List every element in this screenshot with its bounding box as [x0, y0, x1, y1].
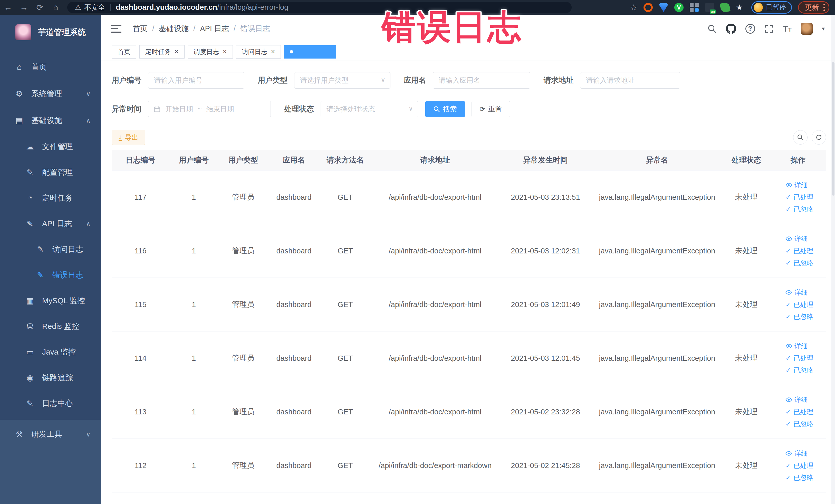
user-type-select[interactable]	[294, 72, 390, 88]
search-icon	[433, 106, 440, 113]
mark-ignored-link[interactable]: 已忽略	[786, 205, 813, 214]
refresh-table-button[interactable]	[812, 130, 826, 144]
help-icon[interactable]: ?	[746, 24, 755, 34]
check-icon	[786, 354, 791, 362]
sidebar-item-mysql-monitor[interactable]: MySQL 监控	[0, 288, 101, 314]
mark-processed-link[interactable]: 已处理	[786, 407, 813, 417]
tab-close-icon[interactable]	[326, 48, 330, 56]
sidebar-item-scheduled-tasks[interactable]: 定时任务	[0, 185, 101, 211]
detail-link[interactable]: 详细	[786, 288, 808, 297]
app-logo-row[interactable]: 芋道管理系统	[0, 15, 101, 43]
sidebar-item-config-mgmt[interactable]: 配置管理	[0, 159, 101, 185]
mark-ignored-link[interactable]: 已忽略	[786, 312, 813, 321]
hamburger-icon[interactable]	[111, 25, 121, 33]
extension-icon-sprout[interactable]	[720, 2, 731, 13]
cell-exception: java.lang.IllegalArgumentException	[592, 278, 722, 331]
sidebar-item-redis-monitor[interactable]: Redis 监控	[0, 314, 101, 339]
search-button[interactable]: 搜索	[425, 101, 465, 117]
extension-icon-shield[interactable]	[659, 3, 668, 12]
sidebar-item-trace[interactable]: 链路追踪	[0, 365, 101, 390]
browser-forward-icon[interactable]	[16, 3, 32, 12]
sidebar-item-system-mgmt[interactable]: 系统管理	[0, 80, 101, 107]
extension-icon-vue[interactable]: V	[674, 3, 684, 12]
check-icon	[786, 408, 791, 416]
filter-row-2: 异常时间 开始日期 ~ 结束日期 处理状态	[111, 101, 835, 117]
tab-error-log[interactable]: 错误日志	[284, 45, 336, 59]
extension-icon-grid[interactable]	[690, 3, 699, 12]
toggle-search-button[interactable]	[793, 130, 808, 144]
breadcrumb-infrastructure[interactable]: 基础设施	[152, 24, 189, 34]
fullscreen-icon[interactable]	[765, 24, 774, 33]
extension-icon-puzzle[interactable]	[736, 3, 745, 12]
mark-processed-link[interactable]: 已处理	[786, 300, 813, 309]
mark-ignored-link[interactable]: 已忽略	[786, 420, 813, 428]
sidebar-item-error-log[interactable]: 错误日志	[0, 262, 101, 288]
exception-time-range-picker[interactable]: 开始日期 ~ 结束日期	[148, 101, 271, 117]
reset-button[interactable]: 重置	[471, 101, 510, 117]
detail-link[interactable]: 详细	[786, 342, 808, 351]
search-icon[interactable]	[708, 24, 717, 33]
mark-processed-link[interactable]: 已处理	[786, 461, 813, 470]
sidebar-item-file-mgmt[interactable]: 文件管理	[0, 134, 101, 159]
extension-icon-switch[interactable]	[705, 3, 714, 12]
tab-access-log[interactable]: 访问日志	[236, 45, 281, 59]
github-icon[interactable]	[726, 24, 736, 34]
export-button[interactable]: 导出	[111, 130, 145, 145]
sidebar-item-access-log[interactable]: 访问日志	[0, 237, 101, 262]
end-date-placeholder[interactable]: 结束日期	[206, 104, 234, 114]
detail-link[interactable]: 详细	[786, 181, 808, 190]
cell-exception: java.lang.IllegalArgumentException	[592, 224, 722, 278]
mark-ignored-link[interactable]: 已忽略	[786, 259, 813, 267]
sidebar-item-log-center[interactable]: 日志中心	[0, 390, 101, 416]
browser-home-icon[interactable]	[48, 3, 64, 12]
mark-processed-link[interactable]: 已处理	[786, 246, 813, 256]
mark-ignored-link[interactable]: 已忽略	[786, 366, 813, 375]
sidebar-item-home[interactable]: 首页	[0, 54, 101, 80]
process-status-select[interactable]	[321, 101, 418, 117]
mark-ignored-link[interactable]: 已忽略	[786, 473, 813, 482]
user-id-input[interactable]	[148, 72, 244, 88]
tab-schedule-log[interactable]: 调度日志	[188, 45, 233, 59]
page-content: 用户编号 用户类型 应用名 请求地址 异常时间 开始日期	[101, 61, 835, 492]
browser-reload-icon[interactable]	[32, 3, 48, 12]
security-warning-icon[interactable]	[75, 3, 84, 12]
cell-url: /api/infra/db-doc/export-html	[371, 385, 499, 439]
app-name-input[interactable]	[433, 72, 530, 88]
browser-update-button[interactable]: 更新	[798, 1, 829, 14]
mark-processed-link[interactable]: 已处理	[786, 193, 813, 202]
mark-processed-link[interactable]: 已处理	[786, 354, 813, 363]
sidebar-dev-tools-section: 研发工具	[0, 420, 101, 504]
eye-icon	[24, 373, 37, 383]
sidebar-item-java-monitor[interactable]: Java 监控	[0, 339, 101, 365]
sidebar-item-api-log[interactable]: API 日志	[0, 211, 101, 237]
start-date-placeholder[interactable]: 开始日期	[165, 104, 193, 114]
request-url-input[interactable]	[580, 72, 680, 88]
breadcrumb-home[interactable]: 首页	[133, 24, 148, 34]
eye-icon	[786, 289, 792, 296]
bookmark-star-icon[interactable]	[630, 3, 637, 12]
chevron-up-icon	[86, 220, 90, 227]
col-exception: 异常名	[592, 150, 722, 170]
tab-scheduled-tasks[interactable]: 定时任务	[139, 45, 185, 59]
tab-home[interactable]: 首页	[111, 45, 136, 59]
tab-close-icon[interactable]	[271, 48, 275, 56]
tab-close-icon[interactable]	[223, 48, 227, 56]
detail-link[interactable]: 详细	[786, 449, 808, 458]
page-scrollbar[interactable]	[831, 15, 835, 504]
browser-profile-chip[interactable]: 已暂停	[751, 1, 792, 14]
font-size-icon[interactable]: TT	[783, 24, 792, 34]
browser-back-icon[interactable]	[0, 3, 16, 12]
avatar-caret-icon[interactable]	[822, 25, 825, 32]
scrollbar-thumb[interactable]	[832, 62, 834, 196]
extension-icon-orange[interactable]	[644, 3, 653, 12]
menu-kebab-icon[interactable]	[823, 4, 825, 11]
active-dot-icon	[290, 50, 293, 54]
detail-link[interactable]: 详细	[786, 396, 808, 404]
cell-exception: java.lang.IllegalArgumentException	[592, 331, 722, 385]
user-avatar[interactable]	[801, 23, 813, 35]
sidebar-item-infrastructure[interactable]: 基础设施	[0, 107, 101, 134]
detail-link[interactable]: 详细	[786, 235, 808, 243]
tab-close-icon[interactable]	[175, 48, 179, 56]
sidebar-item-dev-tools[interactable]: 研发工具	[0, 420, 101, 448]
breadcrumb-api-log[interactable]: API 日志	[193, 24, 229, 34]
